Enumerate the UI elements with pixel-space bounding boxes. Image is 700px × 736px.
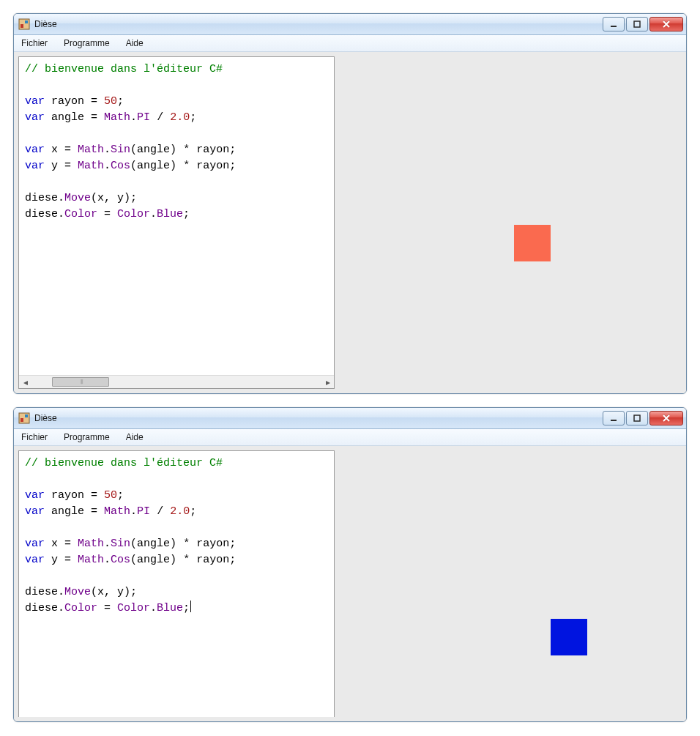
minimize-button[interactable] bbox=[603, 411, 625, 425]
svg-rect-9 bbox=[634, 415, 640, 421]
code-text: x bbox=[45, 144, 64, 156]
drawn-square bbox=[514, 225, 551, 261]
menu-file[interactable]: Fichier bbox=[18, 431, 51, 444]
code-number: 2.0 bbox=[170, 505, 190, 518]
code-content[interactable]: // bienvenue dans l'éditeur C# var rayon… bbox=[19, 451, 334, 717]
code-ident: Move bbox=[64, 192, 91, 204]
code-text: angle bbox=[45, 111, 91, 124]
code-text: ; bbox=[190, 505, 196, 518]
menu-help[interactable]: Aide bbox=[123, 37, 146, 50]
code-comment: // bienvenue dans l'éditeur C# bbox=[25, 457, 223, 469]
code-text: rayon bbox=[45, 95, 91, 108]
code-text: diese. bbox=[25, 208, 64, 220]
code-text bbox=[97, 489, 104, 502]
code-ident: Math bbox=[78, 554, 104, 566]
code-op: * bbox=[183, 538, 190, 550]
code-ident: Math bbox=[78, 160, 104, 172]
code-ident: Color bbox=[64, 208, 97, 220]
code-text: ; bbox=[183, 208, 190, 220]
code-text: ; bbox=[117, 95, 124, 108]
code-ident: Sin bbox=[111, 144, 130, 156]
code-text bbox=[71, 160, 78, 172]
svg-rect-4 bbox=[634, 21, 640, 27]
scroll-thumb[interactable]: ⦀ bbox=[52, 377, 109, 387]
code-ident: Math bbox=[78, 538, 104, 550]
maximize-button[interactable] bbox=[626, 17, 648, 31]
close-button[interactable] bbox=[649, 17, 683, 31]
code-text: (angle) bbox=[130, 160, 183, 172]
code-text: diese. bbox=[25, 602, 64, 614]
code-op: = bbox=[91, 111, 97, 124]
code-text: ; bbox=[183, 602, 190, 614]
code-keyword: var bbox=[25, 111, 45, 124]
code-op: = bbox=[64, 160, 71, 172]
code-editor[interactable]: // bienvenue dans l'éditeur C# var rayon… bbox=[18, 56, 335, 389]
code-op: = bbox=[64, 554, 71, 566]
menu-file[interactable]: Fichier bbox=[18, 37, 51, 50]
code-ident: Blue bbox=[157, 602, 183, 614]
code-ident: Math bbox=[78, 144, 104, 156]
svg-rect-7 bbox=[25, 415, 28, 417]
code-text: . bbox=[130, 111, 137, 124]
code-text: . bbox=[150, 602, 157, 614]
window-controls bbox=[601, 411, 683, 425]
app-icon bbox=[18, 412, 30, 424]
menubar: Fichier Programme Aide bbox=[14, 429, 686, 446]
code-ident: Move bbox=[64, 586, 91, 598]
code-text: rayon; bbox=[190, 160, 236, 172]
canvas-panel bbox=[339, 52, 686, 393]
code-text bbox=[163, 111, 170, 124]
code-text: ; bbox=[117, 489, 124, 502]
code-text: = bbox=[97, 208, 117, 220]
scroll-track[interactable]: ⦀ bbox=[31, 376, 321, 388]
horizontal-scrollbar[interactable]: ◂ ⦀ ▸ bbox=[19, 375, 334, 388]
code-text: y bbox=[45, 160, 64, 172]
code-content[interactable]: // bienvenue dans l'éditeur C# var rayon… bbox=[19, 57, 334, 375]
code-number: 50 bbox=[104, 489, 117, 502]
code-text bbox=[71, 538, 78, 550]
menu-program[interactable]: Programme bbox=[61, 431, 113, 444]
code-op: = bbox=[91, 95, 97, 108]
code-text bbox=[97, 111, 104, 124]
code-text: (angle) bbox=[130, 538, 183, 550]
minimize-button[interactable] bbox=[603, 17, 625, 31]
code-text: (angle) bbox=[130, 144, 183, 156]
code-text: (angle) bbox=[130, 554, 183, 566]
window: Dièse Fichier Programme Aide // bienvenu… bbox=[13, 13, 687, 394]
maximize-button[interactable] bbox=[626, 411, 648, 425]
code-editor[interactable]: // bienvenue dans l'éditeur C# var rayon… bbox=[18, 450, 335, 717]
app-icon bbox=[18, 18, 30, 30]
code-text: rayon; bbox=[190, 554, 236, 566]
close-button[interactable] bbox=[649, 411, 683, 425]
code-op: / bbox=[157, 505, 163, 518]
code-text bbox=[163, 505, 170, 518]
code-op: = bbox=[91, 489, 97, 502]
code-text: (x, y); bbox=[91, 192, 137, 204]
code-text: ; bbox=[190, 111, 196, 124]
code-text bbox=[150, 111, 157, 124]
code-text: diese. bbox=[25, 586, 64, 598]
code-op: * bbox=[183, 160, 190, 172]
menu-program[interactable]: Programme bbox=[61, 37, 113, 50]
code-ident: Cos bbox=[111, 160, 130, 172]
code-number: 2.0 bbox=[170, 111, 190, 124]
code-ident: Cos bbox=[111, 554, 130, 566]
code-ident: PI bbox=[137, 111, 150, 124]
code-op: = bbox=[64, 144, 71, 156]
client-area: // bienvenue dans l'éditeur C# var rayon… bbox=[14, 446, 686, 721]
titlebar[interactable]: Dièse bbox=[14, 14, 686, 35]
svg-rect-1 bbox=[21, 24, 23, 28]
code-text: = bbox=[97, 602, 117, 614]
window: Dièse Fichier Programme Aide // bienvenu… bbox=[13, 407, 687, 722]
code-keyword: var bbox=[25, 95, 45, 108]
titlebar[interactable]: Dièse bbox=[14, 408, 686, 429]
scroll-right-icon[interactable]: ▸ bbox=[321, 376, 334, 388]
code-ident: Sin bbox=[111, 538, 130, 550]
code-text bbox=[71, 554, 78, 566]
code-text: . bbox=[104, 554, 111, 566]
scroll-left-icon[interactable]: ◂ bbox=[19, 376, 31, 388]
menu-help[interactable]: Aide bbox=[123, 431, 146, 444]
code-text: diese. bbox=[25, 192, 64, 204]
code-ident: PI bbox=[137, 505, 150, 518]
code-ident: Color bbox=[117, 208, 150, 220]
